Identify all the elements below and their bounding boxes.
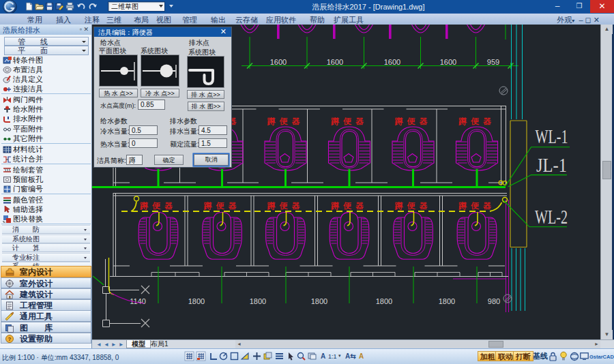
svg-text:JL-1: JL-1 <box>536 153 567 176</box>
svg-text:蹲便器: 蹲便器 <box>267 201 304 211</box>
svg-text:980: 980 <box>488 297 500 305</box>
svg-text:959: 959 <box>487 58 499 66</box>
svg-text:1600: 1600 <box>384 58 400 66</box>
svg-text:1800: 1800 <box>376 297 392 305</box>
svg-text:1800: 1800 <box>311 297 327 305</box>
svg-text:1600: 1600 <box>270 58 287 66</box>
svg-text:1800: 1800 <box>250 297 266 305</box>
svg-text:蹲便器: 蹲便器 <box>140 201 177 211</box>
svg-text:WL-2: WL-2 <box>535 205 568 228</box>
svg-text:WL-1: WL-1 <box>536 125 568 147</box>
svg-text:蹲便器: 蹲便器 <box>331 201 368 211</box>
svg-text:蹲便器: 蹲便器 <box>395 201 432 211</box>
svg-text:1800: 1800 <box>439 297 455 305</box>
svg-text:蹲便器: 蹲便器 <box>395 117 432 126</box>
svg-text:蹲便器: 蹲便器 <box>331 117 368 126</box>
svg-text:1600: 1600 <box>327 58 343 66</box>
svg-text:蹲便器: 蹲便器 <box>267 117 304 126</box>
svg-text:蹲便器: 蹲便器 <box>458 117 495 126</box>
svg-text:1600: 1600 <box>440 58 456 66</box>
svg-text:1800: 1800 <box>188 297 205 305</box>
svg-text:蹲便器: 蹲便器 <box>458 201 495 211</box>
svg-text:蹲便器: 蹲便器 <box>204 201 241 211</box>
svg-text:?: ? <box>8 336 12 342</box>
